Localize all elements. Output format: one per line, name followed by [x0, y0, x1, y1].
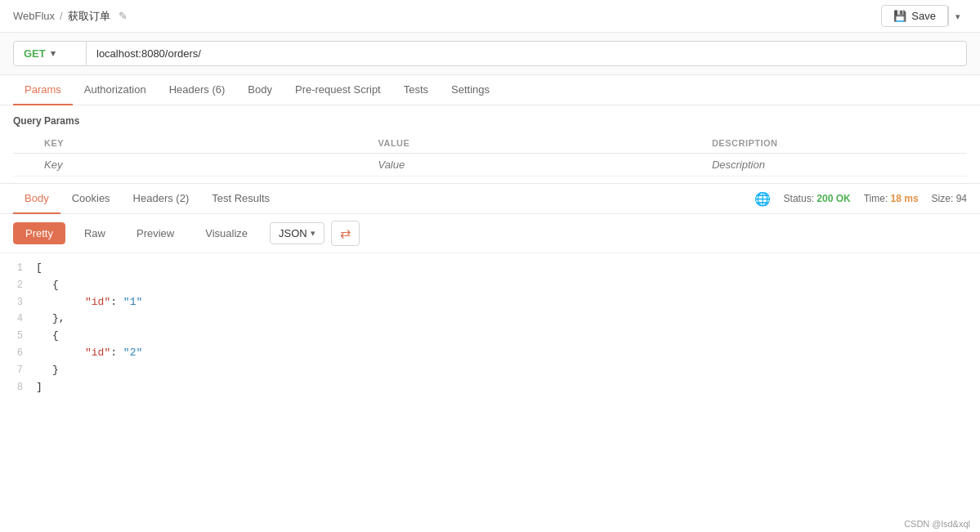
token-key: "id" — [85, 346, 110, 359]
response-toolbar: Pretty Raw Preview Visualize JSON ▾ ⇄ — [0, 214, 980, 253]
line-num-5: 5 — [7, 328, 36, 344]
format-label: JSON — [279, 227, 307, 239]
col-check — [13, 133, 38, 154]
line-num-4: 4 — [7, 311, 36, 327]
breadcrumb-sep: / — [60, 10, 63, 22]
col-desc: DESCRIPTION — [705, 133, 967, 154]
token: ] — [36, 381, 43, 393]
breadcrumb: WebFlux / 获取订单 ✎ — [13, 9, 128, 24]
code-line-4: 4 }, — [0, 311, 980, 328]
tab-prerequest[interactable]: Pre-request Script — [284, 75, 392, 105]
line-num-3: 3 — [7, 294, 36, 311]
token: [ — [36, 262, 43, 274]
status-value: 200 OK — [817, 193, 850, 204]
line-num-8: 8 — [7, 379, 36, 396]
view-raw-button[interactable]: Raw — [72, 222, 118, 244]
token-val: "2" — [123, 346, 142, 359]
time-value: 18 ms — [891, 193, 919, 204]
code-line-8: 8 ] — [0, 379, 980, 396]
table-row — [13, 154, 967, 177]
footer: CSDN @lsd&xql — [894, 516, 980, 532]
globe-icon: 🌐 — [754, 191, 771, 207]
response-section: Body Cookies Headers (2) Test Results 🌐 … — [0, 183, 980, 402]
token: } — [52, 364, 59, 376]
code-line-7: 7 } — [0, 362, 980, 379]
size-value: 94 — [956, 193, 967, 204]
line-num-6: 6 — [7, 345, 36, 361]
code-area: 1 [ 2 { 3 "id": "1" 4 }, 5 { 6 — [0, 253, 980, 402]
response-meta: 🌐 Status: 200 OK Time: 18 ms Size: 94 — [754, 191, 967, 207]
code-line-3: 3 "id": "1" — [0, 294, 980, 311]
response-tabs: Body Cookies Headers (2) Test Results 🌐 … — [0, 184, 980, 214]
desc-input[interactable] — [712, 159, 960, 171]
save-dropdown[interactable]: ▾ — [948, 6, 967, 26]
code-line-6: 6 "id": "2" — [0, 345, 980, 362]
row-key-cell — [38, 154, 371, 177]
view-visualize-button[interactable]: Visualize — [193, 222, 260, 244]
method-select[interactable]: GET ▾ — [13, 41, 87, 66]
token: { — [52, 329, 59, 342]
view-pretty-button[interactable]: Pretty — [13, 222, 65, 244]
params-table: KEY VALUE DESCRIPTION — [13, 133, 967, 177]
tab-authorization[interactable]: Authorization — [73, 75, 158, 105]
save-button[interactable]: 💾 Save — [881, 5, 948, 27]
size-meta: Size: 94 — [932, 193, 967, 204]
time-meta: Time: 18 ms — [864, 193, 919, 204]
value-input[interactable] — [378, 159, 698, 171]
tab-settings[interactable]: Settings — [440, 75, 501, 105]
tab-headers[interactable]: Headers (6) — [158, 75, 237, 105]
request-tabs: Params Authorization Headers (6) Body Pr… — [0, 75, 980, 105]
code-line-1: 1 [ — [0, 260, 980, 277]
row-desc-cell — [705, 154, 967, 177]
tab-body[interactable]: Body — [236, 75, 284, 105]
line-num-2: 2 — [7, 277, 36, 293]
token-val: "1" — [123, 296, 142, 308]
key-input[interactable] — [44, 159, 365, 171]
breadcrumb-link[interactable]: WebFlux — [13, 10, 55, 22]
params-section: Query Params KEY VALUE DESCRIPTION — [0, 105, 980, 177]
format-chevron-icon: ▾ — [311, 228, 315, 239]
line-num-7: 7 — [7, 362, 36, 378]
chevron-down-icon: ▾ — [955, 11, 960, 21]
row-value-cell — [371, 154, 705, 177]
edit-icon[interactable]: ✎ — [119, 10, 128, 22]
query-params-title: Query Params — [13, 115, 967, 127]
url-input[interactable] — [87, 41, 967, 66]
line-num-1: 1 — [7, 260, 36, 276]
status-meta: Status: 200 OK — [784, 193, 851, 204]
col-key: KEY — [38, 133, 371, 154]
token-key: "id" — [85, 296, 110, 308]
row-check — [13, 154, 38, 177]
format-select[interactable]: JSON ▾ — [270, 222, 324, 244]
save-label: Save — [911, 10, 936, 22]
method-chevron-icon: ▾ — [51, 48, 56, 59]
url-bar: GET ▾ — [0, 33, 980, 75]
method-label: GET — [24, 47, 46, 60]
save-icon: 💾 — [893, 10, 906, 22]
top-bar: WebFlux / 获取订单 ✎ 💾 Save ▾ — [0, 0, 980, 33]
code-line-2: 2 { — [0, 277, 980, 294]
view-preview-button[interactable]: Preview — [124, 222, 186, 244]
breadcrumb-current: 获取订单 — [68, 9, 110, 24]
tab-tests[interactable]: Tests — [392, 75, 440, 105]
token: }, — [52, 312, 65, 324]
response-tab-body[interactable]: Body — [13, 184, 60, 214]
token: { — [52, 279, 59, 291]
code-line-5: 5 { — [0, 328, 980, 345]
col-value: VALUE — [371, 133, 705, 154]
wrap-button[interactable]: ⇄ — [331, 221, 360, 246]
footer-credit: CSDN @lsd&xql — [904, 519, 970, 529]
response-tab-test-results[interactable]: Test Results — [200, 184, 281, 214]
response-tab-cookies[interactable]: Cookies — [60, 184, 122, 214]
response-tab-headers[interactable]: Headers (2) — [122, 184, 201, 214]
tab-params[interactable]: Params — [13, 75, 73, 105]
